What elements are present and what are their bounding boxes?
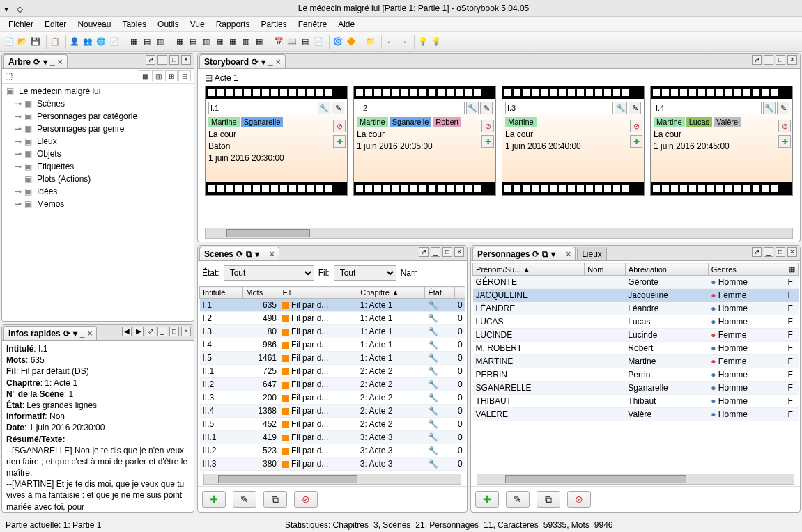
- table-row[interactable]: JACQUELINEJacqueline● FemmeF: [473, 289, 799, 302]
- panel-pin-icon[interactable]: ⇗: [419, 247, 429, 257]
- info-panel-tab[interactable]: Infos rapides ⟳ ▾ _ ×: [3, 326, 97, 340]
- table-row[interactable]: III.1419Fil par d...3: Acte 3🔧0: [200, 431, 465, 444]
- scene-title-input[interactable]: [357, 102, 465, 114]
- popup-icon[interactable]: ⧉: [542, 249, 548, 259]
- table-row[interactable]: I.4986Fil par d...1: Acte 1🔧0: [200, 338, 465, 352]
- storyboard-card[interactable]: 🔧✎MartineSganarelleRobertLa cour1 juin 2…: [353, 86, 496, 196]
- panel-nav-right-icon[interactable]: ▶: [134, 327, 144, 336]
- panel-min-icon[interactable]: _: [764, 247, 773, 257]
- menu-fenêtre[interactable]: Fenêtre: [293, 18, 332, 31]
- tree-toggle-icon[interactable]: ⊸: [15, 199, 22, 209]
- add-icon[interactable]: ✚: [778, 135, 791, 148]
- table-header[interactable]: Prénom/Su... ▲: [473, 263, 585, 276]
- table-row[interactable]: LUCINDELucinde● FemmeF: [473, 329, 799, 342]
- toolbar-btn-24[interactable]: 📖: [286, 36, 298, 48]
- table-row[interactable]: LUCASLucas● HommeF: [473, 315, 799, 329]
- wrench-icon[interactable]: 🔧: [615, 102, 627, 114]
- dropdown-icon[interactable]: ▾: [43, 57, 47, 67]
- wrench-icon[interactable]: 🔧: [318, 102, 330, 114]
- storyboard-card[interactable]: 🔧✎MartineLa cour1 juin 2016 20:40:00⊘✚: [502, 86, 645, 196]
- tree-item[interactable]: ⊸▣Personnages par catégorie: [12, 110, 192, 123]
- table-row[interactable]: M. ROBERTRobert● HommeF: [473, 342, 799, 355]
- minimize-icon[interactable]: _: [262, 249, 267, 259]
- tree-toggle-icon[interactable]: ⊸: [15, 149, 22, 159]
- delete-icon[interactable]: ⊘: [630, 120, 642, 132]
- toolbar-btn-8[interactable]: 🌐: [95, 36, 107, 48]
- refresh-icon[interactable]: ⟳: [63, 329, 70, 338]
- tree-panel-tab[interactable]: Arbre ⟳ ▾ _ ×: [3, 54, 68, 68]
- wrench-icon[interactable]: 🔧: [763, 102, 776, 114]
- close-icon[interactable]: ×: [566, 249, 571, 259]
- toolbar-btn-25[interactable]: ▤: [299, 36, 311, 48]
- panel-close-icon[interactable]: ×: [787, 247, 797, 257]
- toolbar-btn-15[interactable]: ▦: [173, 36, 186, 48]
- toolbar-btn-29[interactable]: 🔶: [345, 36, 357, 48]
- add-icon[interactable]: ✚: [333, 135, 346, 148]
- panel-close-icon[interactable]: ×: [181, 55, 191, 65]
- add-icon[interactable]: ✚: [630, 135, 642, 148]
- copy-button[interactable]: ⧉: [537, 491, 560, 508]
- refresh-icon[interactable]: ⟳: [532, 249, 539, 259]
- add-button[interactable]: ✚: [475, 491, 499, 508]
- table-row[interactable]: III.2523Fil par d...3: Acte 3🔧0: [200, 444, 465, 457]
- storyboard-card[interactable]: 🔧✎MartineSganarelleLa courBâton1 juin 20…: [205, 86, 348, 196]
- table-row[interactable]: II.3200Fil par d...2: Acte 2🔧0: [200, 391, 465, 405]
- dropdown-icon[interactable]: ▾: [73, 329, 77, 338]
- toolbar-btn-26[interactable]: 📄: [312, 36, 325, 48]
- panel-pin-icon[interactable]: ⇗: [752, 247, 762, 257]
- edit-icon[interactable]: ✎: [480, 102, 493, 114]
- tree-collapse-icon[interactable]: ⊟: [178, 70, 191, 81]
- tree-item[interactable]: ⊸▣Etiquettes: [12, 160, 192, 173]
- persons-panel-tab[interactable]: Personnages ⟳ ⧉ ▾ _ ×: [472, 247, 576, 260]
- tree-item[interactable]: ⊸▣Objets: [12, 148, 192, 160]
- wrench-icon[interactable]: 🔧: [466, 102, 479, 114]
- panel-max-icon[interactable]: □: [776, 247, 785, 257]
- edit-icon[interactable]: ✎: [629, 102, 641, 114]
- tree-item[interactable]: ⊸▣Memos: [12, 198, 192, 210]
- menu-parties[interactable]: Parties: [255, 18, 292, 31]
- toolbar-btn-13[interactable]: ▥: [154, 36, 167, 48]
- tree-toggle-icon[interactable]: ⊸: [15, 99, 22, 109]
- menu-tables[interactable]: Tables: [116, 18, 152, 31]
- toolbar-btn-34[interactable]: →: [397, 36, 410, 48]
- scenes-table[interactable]: IntituléMotsFilChapitre ▲ÉtatI.1635Fil p…: [199, 286, 465, 471]
- tree-toggle-icon[interactable]: ⊸: [15, 124, 22, 134]
- table-row[interactable]: I.51461Fil par d...1: Acte 1🔧0: [200, 352, 465, 365]
- table-header[interactable]: Chapitre ▲: [357, 287, 425, 299]
- table-header[interactable]: Abréviation: [625, 263, 708, 276]
- table-row[interactable]: GÉRONTEGéronte● HommeF: [473, 276, 799, 289]
- menu-nouveau[interactable]: Nouveau: [72, 18, 116, 31]
- table-row[interactable]: I.1635Fil par d...1: Acte 1🔧0: [200, 299, 465, 312]
- toolbar-btn-20[interactable]: ▥: [240, 36, 252, 48]
- delete-button[interactable]: ⊘: [567, 491, 591, 508]
- panel-max-icon[interactable]: □: [169, 55, 179, 65]
- delete-icon[interactable]: ⊘: [778, 120, 791, 132]
- toolbar-btn-11[interactable]: ▦: [128, 36, 140, 48]
- tree-item[interactable]: ⊸▣Scènes: [12, 97, 192, 110]
- table-row[interactable]: VALEREValère● HommeF: [473, 408, 799, 421]
- minimize-icon[interactable]: _: [50, 57, 55, 67]
- add-icon[interactable]: ✚: [481, 135, 494, 148]
- table-header[interactable]: Fil: [279, 287, 357, 299]
- close-icon[interactable]: ×: [270, 249, 275, 259]
- storyboard-panel-tab[interactable]: Storyboard ⟳ ▾ _ ×: [199, 54, 286, 68]
- edit-icon[interactable]: ✎: [332, 102, 344, 114]
- minimize-icon[interactable]: _: [268, 57, 273, 67]
- toolbar-btn-2[interactable]: 💾: [29, 36, 42, 48]
- minimize-icon[interactable]: _: [558, 249, 563, 259]
- copy-button[interactable]: ⧉: [263, 491, 287, 508]
- scenes-scrollbar[interactable]: [203, 474, 461, 485]
- table-row[interactable]: SGANARELLESganarelle● HommeF: [473, 382, 799, 395]
- table-row[interactable]: THIBAUTThibaut● HommeF: [473, 395, 799, 408]
- table-header[interactable]: Nom: [585, 263, 626, 276]
- popup-icon[interactable]: ⧉: [246, 249, 252, 259]
- panel-pin-icon[interactable]: ⇗: [146, 55, 155, 65]
- panel-max-icon[interactable]: □: [776, 55, 785, 65]
- persons-scrollbar[interactable]: [477, 474, 794, 485]
- toolbar-btn-6[interactable]: 👤: [68, 36, 81, 48]
- tree-toggle-icon[interactable]: ⊸: [15, 136, 22, 146]
- refresh-icon[interactable]: ⟳: [33, 57, 40, 67]
- window-maximize-icon[interactable]: ◇: [17, 4, 25, 13]
- panel-max-icon[interactable]: □: [169, 327, 179, 336]
- table-row[interactable]: MARTINEMartine● FemmeF: [473, 355, 799, 368]
